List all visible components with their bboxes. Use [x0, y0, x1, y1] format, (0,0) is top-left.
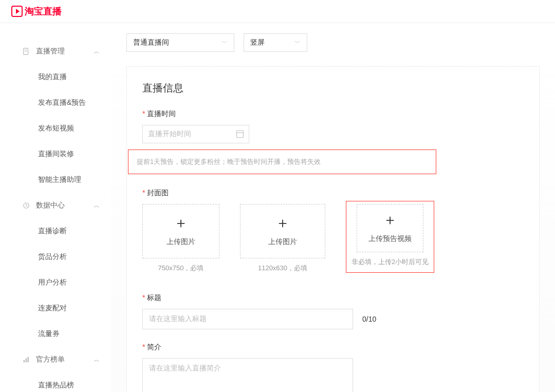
- title-placeholder: 请在这里输入标题: [149, 314, 207, 324]
- upload-caption: 1120x630，必填: [258, 264, 307, 273]
- nav-item-room-decoration[interactable]: 直播间装修: [0, 141, 111, 167]
- nav-item-publish-live[interactable]: 发布直播&预告: [0, 90, 111, 116]
- brand-logo: 淘宝直播: [11, 5, 544, 17]
- plus-icon: ＋: [275, 216, 290, 230]
- brand-name: 淘宝直播: [25, 5, 62, 17]
- nav-item-ai-assistant[interactable]: 智能主播助理: [0, 167, 111, 193]
- clock-icon: [23, 202, 30, 209]
- room-type-select[interactable]: 普通直播间 ﹀: [126, 33, 234, 52]
- main-content: 普通直播间 ﹀ 竖屏 ﹀ 直播信息 *直播时间 直播开始时间 提前1天预告，锁定…: [111, 23, 555, 392]
- sidebar: 直播管理 ︿ 我的直播 发布直播&预告 发布短视频 直播间装修 智能主播助理 数…: [0, 23, 111, 392]
- svg-rect-5: [26, 358, 27, 362]
- live-time-input[interactable]: 直播开始时间: [142, 125, 249, 143]
- nav-group-label: 数据中心: [36, 201, 65, 210]
- upload-image-1120[interactable]: ＋ 上传图片: [240, 204, 325, 258]
- cover-label: *封面图: [142, 189, 524, 198]
- upload-col-video: ＋ 上传预告视频 非必填，上传2小时后可见: [346, 201, 434, 273]
- chevron-up-icon: ︿: [94, 356, 100, 364]
- chevron-up-icon: ︿: [94, 47, 100, 56]
- time-placeholder: 直播开始时间: [148, 129, 191, 139]
- title-input[interactable]: 请在这里输入标题: [142, 309, 353, 329]
- required-asterisk: *: [142, 343, 145, 351]
- upload-button-label: 上传预告视频: [368, 234, 412, 244]
- upload-image-750[interactable]: ＋ 上传图片: [142, 204, 219, 258]
- nav-item-product-analysis[interactable]: 货品分析: [0, 244, 111, 270]
- orientation-select[interactable]: 竖屏 ﹀: [244, 33, 307, 52]
- svg-rect-6: [28, 357, 29, 363]
- nav-group-live-management[interactable]: 直播管理 ︿: [0, 39, 111, 64]
- intro-placeholder: 请在这里输入直播简介: [149, 364, 221, 372]
- section-title: 直播信息: [142, 81, 524, 95]
- upload-button-label: 上传图片: [166, 237, 195, 247]
- title-counter: 0/10: [362, 315, 376, 323]
- required-asterisk: *: [142, 293, 145, 302]
- nav-group-official-rank[interactable]: 官方榜单 ︿: [0, 347, 111, 372]
- title-label: *标题: [142, 293, 524, 303]
- plus-icon: ＋: [174, 216, 188, 230]
- nav-item-my-live[interactable]: 我的直播: [0, 64, 111, 90]
- nav-item-publish-short-video[interactable]: 发布短视频: [0, 116, 111, 141]
- upload-col-1120: ＋ 上传图片 1120x630，必填: [240, 204, 325, 273]
- nav-item-user-analysis[interactable]: 用户分析: [0, 270, 111, 295]
- nav-group-data-center[interactable]: 数据中心 ︿: [0, 193, 111, 218]
- time-label: *直播时间: [142, 109, 524, 119]
- nav-item-traffic-ticket[interactable]: 流量券: [0, 321, 111, 347]
- upload-button-label: 上传图片: [268, 237, 297, 247]
- intro-textarea[interactable]: 请在这里输入直播简介: [142, 358, 353, 392]
- svg-rect-4: [24, 360, 25, 362]
- upload-preview-video[interactable]: ＋ 上传预告视频: [357, 204, 423, 252]
- time-hint: 提前1天预告，锁定更多粉丝；晚于预告时间开播，预告将失效: [128, 150, 436, 174]
- top-header: 淘宝直播: [0, 0, 555, 23]
- document-icon: [23, 48, 30, 55]
- nav-item-mic-match[interactable]: 连麦配对: [0, 295, 111, 321]
- upload-caption: 750x750，必填: [158, 264, 204, 273]
- required-asterisk: *: [142, 189, 145, 197]
- play-icon: [11, 6, 23, 17]
- chevron-up-icon: ︿: [94, 201, 100, 210]
- nav-group-label: 官方榜单: [36, 355, 65, 364]
- chevron-down-icon: ﹀: [294, 39, 301, 47]
- room-type-value: 普通直播间: [133, 38, 169, 47]
- intro-label: *简介: [142, 343, 524, 352]
- nav-group-label: 直播管理: [36, 47, 65, 56]
- calendar-icon: [236, 130, 244, 138]
- required-asterisk: *: [142, 109, 145, 118]
- plus-icon: ＋: [383, 213, 397, 227]
- chevron-down-icon: ﹀: [221, 39, 228, 47]
- live-info-panel: 直播信息 *直播时间 直播开始时间 提前1天预告，锁定更多粉丝；晚于预告时间开播…: [126, 66, 540, 392]
- upload-col-750: ＋ 上传图片 750x750，必填: [142, 204, 219, 273]
- upload-caption: 非必填，上传2小时后可见: [351, 257, 429, 267]
- nav-item-hot-products[interactable]: 直播热品榜: [0, 372, 111, 392]
- nav-item-live-diagnosis[interactable]: 直播诊断: [0, 218, 111, 244]
- orientation-value: 竖屏: [250, 38, 265, 47]
- chart-icon: [23, 356, 30, 363]
